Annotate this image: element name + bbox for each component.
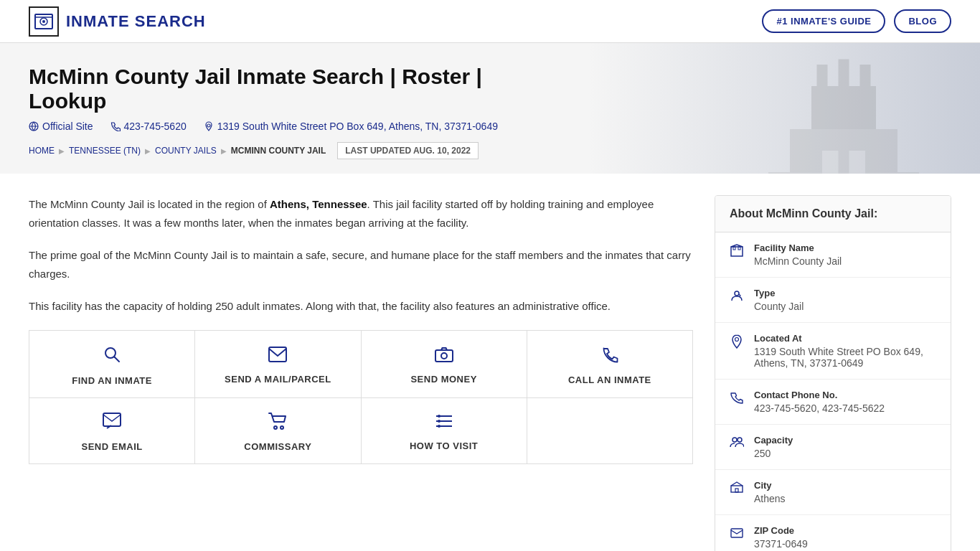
header-nav: #1 INMATE'S GUIDE BLOG: [762, 9, 951, 33]
svg-rect-20: [103, 413, 121, 426]
svg-point-14: [207, 124, 210, 127]
facility-name-value: McMinn County Jail: [754, 255, 842, 267]
page-header: INMATE SEARCH #1 INMATE'S GUIDE BLOG: [0, 0, 980, 43]
hero-address: 1319 South White Street PO Box 649, Athe…: [204, 121, 498, 132]
contact-phone-value: 423-745-5620, 423-745-5622: [754, 402, 885, 414]
send-money-label: SEND MONEY: [410, 374, 476, 385]
commissary-label: COMMISSARY: [244, 441, 311, 452]
chat-icon: [103, 413, 121, 434]
type-label: Type: [754, 288, 804, 298]
search-icon: [103, 345, 121, 368]
svg-rect-8: [839, 60, 849, 98]
zip-label: ZIP Code: [754, 525, 808, 536]
official-site-link[interactable]: Official Site: [29, 121, 93, 132]
sidebar-title: About McMinn County Jail:: [715, 196, 951, 232]
action-row-1: FIND AN INMATE SEND A MAIL/PARCEL SEND M…: [29, 331, 692, 398]
svg-point-28: [438, 420, 440, 423]
svg-point-38: [738, 438, 742, 442]
find-inmate-cell[interactable]: FIND AN INMATE: [29, 331, 195, 397]
svg-rect-17: [269, 347, 286, 362]
svg-rect-10: [822, 151, 839, 174]
logo-area: INMATE SEARCH: [29, 6, 206, 37]
description-section: The McMinn County Jail is located in the…: [29, 195, 693, 316]
facility-icon: [730, 244, 744, 260]
zip-item: ZIP Code 37371-0649: [715, 515, 951, 551]
zip-value: 37371-0649: [754, 538, 808, 550]
facility-name-label: Facility Name: [754, 242, 842, 253]
page-title: McMinn County Jail Inmate Search | Roste…: [29, 65, 545, 113]
main-content: The McMinn County Jail is located in the…: [0, 174, 980, 551]
phone-sidebar-icon: [730, 391, 744, 408]
logo-text: INMATE SEARCH: [66, 12, 206, 31]
city-label: City: [754, 480, 786, 491]
send-email-label: SEND EMAIL: [82, 441, 143, 452]
svg-line-16: [115, 357, 120, 362]
breadcrumb-county-jails[interactable]: COUNTY JAILS: [155, 146, 217, 156]
hero-section: McMinn County Jail Inmate Search | Roste…: [0, 43, 980, 174]
svg-rect-40: [735, 489, 738, 492]
logo-icon: [29, 6, 59, 37]
svg-rect-30: [731, 247, 743, 256]
find-inmate-label: FIND AN INMATE: [72, 375, 152, 386]
located-at-value: 1319 South White Street PO Box 649, Athe…: [754, 346, 936, 369]
blog-button[interactable]: BLOG: [894, 9, 951, 33]
breadcrumb-home[interactable]: HOME: [29, 146, 55, 156]
capacity-value: 250: [754, 448, 793, 459]
phone-icon: [601, 346, 618, 367]
send-mail-label: SEND A MAIL/PARCEL: [225, 374, 331, 385]
city-icon: [730, 481, 744, 496]
svg-rect-5: [790, 129, 897, 174]
capacity-item: Capacity 250: [715, 425, 951, 470]
type-item: Type County Jail: [715, 278, 951, 323]
svg-point-36: [735, 338, 739, 342]
svg-point-23: [281, 426, 283, 429]
svg-point-37: [732, 438, 737, 442]
list-icon: [435, 413, 453, 433]
hero-phone: 423-745-5620: [110, 121, 187, 132]
svg-rect-41: [731, 529, 743, 537]
capacity-label: Capacity: [754, 435, 793, 446]
last-updated-badge: LAST UPDATED AUG. 10, 2022: [337, 142, 479, 159]
location-icon: [730, 334, 744, 352]
call-inmate-label: CALL AN INMATE: [568, 375, 651, 385]
how-to-visit-label: HOW TO VISIT: [410, 441, 478, 451]
paragraph-3: This facility has the capacity of holdin…: [29, 297, 693, 316]
breadcrumb-state[interactable]: TENNESSEE (TN): [69, 146, 141, 156]
mail-icon: [268, 347, 287, 367]
city-value: Athens: [754, 493, 786, 504]
send-mail-cell[interactable]: SEND A MAIL/PARCEL: [195, 331, 361, 397]
how-to-visit-cell[interactable]: HOW TO VISIT: [362, 398, 527, 463]
type-icon: [730, 289, 744, 306]
svg-point-27: [438, 415, 440, 418]
call-inmate-cell[interactable]: CALL AN INMATE: [527, 331, 692, 397]
svg-rect-6: [768, 172, 919, 174]
contact-phone-label: Contact Phone No.: [754, 390, 885, 400]
guide-button[interactable]: #1 INMATE'S GUIDE: [762, 9, 885, 33]
cart-icon: [268, 413, 287, 434]
svg-rect-7: [817, 65, 828, 97]
about-card: About McMinn County Jail: Facility Name …: [715, 195, 951, 551]
svg-rect-9: [860, 65, 871, 97]
svg-point-2: [42, 20, 45, 23]
zip-icon: [730, 527, 744, 542]
camera-icon: [435, 347, 453, 367]
svg-rect-11: [849, 151, 866, 174]
city-item: City Athens: [715, 470, 951, 515]
facility-name-item: Facility Name McMinn County Jail: [715, 232, 951, 278]
svg-point-22: [274, 426, 277, 429]
svg-point-35: [735, 291, 739, 296]
paragraph-1: The McMinn County Jail is located in the…: [29, 195, 693, 232]
paragraph-2: The prime goal of the McMinn County Jail…: [29, 246, 693, 283]
breadcrumb-current: MCMINN COUNTY JAIL: [231, 146, 326, 156]
capacity-icon: [730, 436, 744, 451]
action-row-2: SEND EMAIL COMMISSARY HOW TO VISIT: [29, 398, 692, 463]
send-money-cell[interactable]: SEND MONEY: [362, 331, 527, 397]
commissary-cell[interactable]: COMMISSARY: [195, 398, 361, 463]
svg-point-29: [438, 425, 440, 428]
action-grid: FIND AN INMATE SEND A MAIL/PARCEL SEND M…: [29, 330, 693, 464]
svg-point-19: [441, 353, 447, 359]
contact-phone-item: Contact Phone No. 423-745-5620, 423-745-…: [715, 380, 951, 425]
located-at-label: Located At: [754, 333, 936, 344]
located-at-item: Located At 1319 South White Street PO Bo…: [715, 323, 951, 380]
send-email-cell[interactable]: SEND EMAIL: [29, 398, 195, 463]
